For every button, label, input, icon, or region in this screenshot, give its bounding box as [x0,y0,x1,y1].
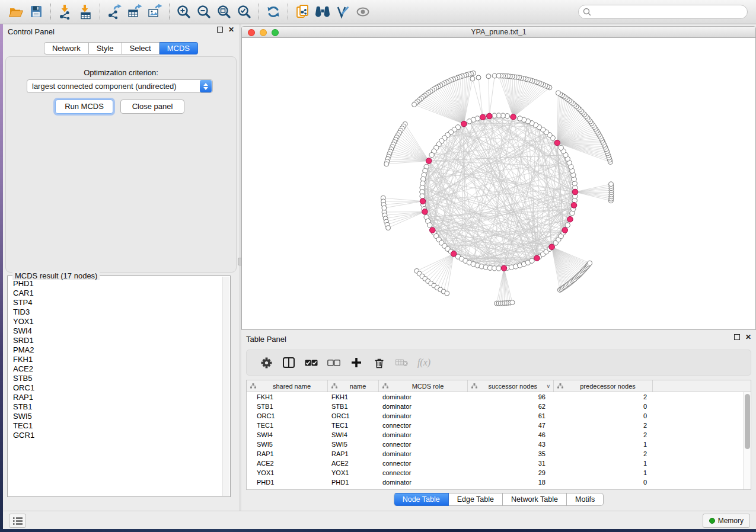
list-item[interactable]: TEC1 [13,421,222,431]
table-row[interactable]: STB1STB1dominator620 [247,402,743,411]
table-body: FKH1FKH1dominator962STB1STB1dominator620… [247,392,743,489]
clone-network-icon[interactable] [292,2,312,22]
list-item[interactable]: FKH1 [13,355,222,364]
import-network-icon[interactable] [55,2,75,22]
list-item[interactable]: PHD1 [13,279,222,289]
annotation-icon[interactable] [333,2,353,22]
select-all-icon[interactable] [300,360,323,366]
tab-edge-table[interactable]: Edge Table [449,493,503,506]
list-item[interactable]: SWI5 [13,412,222,421]
column-header-shared-name[interactable]: shared name [247,380,328,392]
table-scrollbar-thumb[interactable] [745,394,750,449]
table-row[interactable]: ACE2ACE2connector311 [247,459,743,468]
close-icon[interactable]: ✕ [228,27,234,33]
list-item[interactable]: STB1 [13,402,222,412]
tab-network[interactable]: Network [44,42,89,55]
column-header-name[interactable]: name [328,380,379,392]
function-builder-icon-disabled: f(x) [413,357,435,368]
cell: dominator [379,450,468,457]
table-row[interactable]: FKH1FKH1dominator962 [247,392,743,402]
export-image-icon[interactable] [145,2,165,22]
delete-row-icon[interactable] [368,357,390,368]
list-item[interactable]: ACE2 [13,364,222,374]
cell: 18 [468,479,554,486]
table-row[interactable]: PHD1PHD1dominator180 [247,477,743,487]
close-icon[interactable]: ✕ [745,334,751,340]
import-table-icon[interactable] [75,2,95,22]
cell: dominator [379,479,468,486]
tree-icon [250,383,256,389]
eye-icon[interactable] [353,2,373,22]
deselect-all-icon[interactable] [323,360,345,366]
float-window-icon[interactable] [217,27,223,33]
save-icon[interactable] [26,2,46,22]
table-row[interactable]: SWI4SWI4dominator462 [247,430,743,440]
list-item[interactable]: STP4 [13,298,222,307]
table-row[interactable]: ORC1ORC1dominator610 [247,411,743,421]
list-item[interactable]: SRD1 [13,336,222,345]
run-mcds-button[interactable]: Run MCDS [55,100,113,114]
list-item[interactable]: STB5 [13,374,222,383]
tab-node-table[interactable]: Node Table [394,493,449,506]
list-item[interactable]: ORC1 [13,383,222,393]
column-header-successor-nodes[interactable]: successor nodes∨ [468,380,554,392]
open-folder-icon[interactable] [6,2,26,22]
export-network-icon[interactable] [104,2,125,22]
list-item[interactable]: SWI4 [13,326,222,336]
cell: connector [379,441,468,448]
tab-style[interactable]: Style [89,42,122,55]
list-item[interactable]: PMA2 [13,345,222,355]
mcds-list-scrollbar[interactable] [222,277,229,496]
tab-network-table[interactable]: Network Table [503,493,567,506]
optimization-criterion-select[interactable]: largest connected component (undirected) [27,79,213,93]
task-history-button[interactable] [9,514,26,528]
memory-label: Memory [718,517,744,525]
cell: 62 [468,403,554,410]
export-table-icon[interactable] [125,2,145,22]
binoculars-search-icon[interactable] [312,2,333,22]
cell: STB1 [247,403,328,410]
list-item[interactable]: RAP1 [13,393,222,402]
table-row[interactable]: YOX1YOX1connector291 [247,468,743,477]
column-label: shared name [258,383,326,390]
zoom-fit-icon[interactable] [214,2,234,22]
cell: 35 [468,450,554,457]
column-header-predecessor-nodes[interactable]: predecessor nodes [554,380,653,392]
list-item[interactable]: GCR1 [13,431,222,440]
close-window-button[interactable] [248,29,255,36]
network-window-titlebar[interactable]: YPA_prune.txt_1 [242,27,755,38]
tab-mcds[interactable]: MCDS [160,42,198,55]
list-item[interactable]: CAR1 [13,289,222,298]
table-row[interactable]: SWI5SWI5connector431 [247,440,743,449]
control-panel: Control Panel ✕ NetworkStyleSelectMCDS O… [3,24,239,511]
column-header-mcds-role[interactable]: MCDS role [379,380,468,392]
list-item[interactable]: YOX1 [13,317,222,326]
table-row[interactable]: RAP1RAP1dominator352 [247,449,743,459]
memory-status-icon [709,518,715,524]
zoom-out-icon[interactable] [194,2,214,22]
zoom-window-button[interactable] [272,29,279,36]
memory-button[interactable]: Memory [703,514,750,528]
network-graph[interactable] [242,38,756,330]
cell: 0 [554,412,653,419]
search-input[interactable] [578,5,748,19]
tab-motifs[interactable]: Motifs [567,493,604,506]
cell: RAP1 [328,450,379,457]
table-scrollbar[interactable] [743,392,751,489]
sort-descending-icon: ∨ [546,383,551,389]
cell: connector [379,469,468,476]
close-panel-button[interactable]: Close panel [120,100,184,114]
settings-gear-icon[interactable] [255,357,277,368]
add-row-icon[interactable] [345,357,368,368]
zoom-selected-icon[interactable] [234,2,254,22]
table-row[interactable]: TEC1TEC1connector472 [247,421,743,430]
minimize-window-button[interactable] [260,29,267,36]
control-panel-header: Control Panel ✕ [3,24,239,39]
refresh-icon[interactable] [263,2,283,22]
split-panel-icon[interactable] [277,357,300,368]
zoom-in-icon[interactable] [174,2,194,22]
tab-select[interactable]: Select [122,42,160,55]
list-item[interactable]: TID3 [13,307,222,317]
cell: 1 [554,469,653,476]
float-window-icon[interactable] [734,334,740,340]
